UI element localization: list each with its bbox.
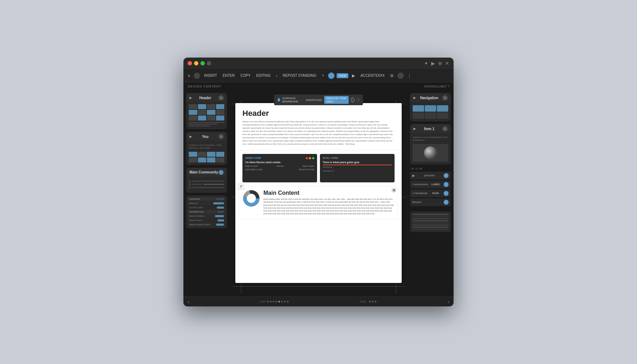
- stripe: [412, 218, 449, 219]
- copy-button[interactable]: COPY: [239, 73, 252, 78]
- item1-card-title: Item 1: [424, 127, 434, 131]
- page-dot: [281, 301, 283, 303]
- prop-row-successors[interactable]: I successors LABEL ↻: [410, 181, 451, 188]
- more-icon[interactable]: ⋮: [406, 73, 413, 79]
- page-dot: [278, 301, 280, 303]
- canvas-info-icon[interactable]: i: [351, 97, 355, 102]
- close-button[interactable]: [188, 61, 192, 65]
- close-icon[interactable]: ✕: [445, 60, 449, 66]
- next-button[interactable]: ›: [448, 299, 449, 305]
- stripe: [412, 220, 449, 221]
- community-line: [189, 180, 224, 182]
- community-card-body: [187, 177, 226, 192]
- main-area: DESIGN CONTENT DAYOVLLABLT ? ▶ Header •: [183, 82, 454, 306]
- item1-card-menu-icon[interactable]: •: [443, 126, 448, 131]
- line-bar: [192, 181, 224, 182]
- play2-icon[interactable]: ▶: [350, 73, 357, 79]
- prop-label: yoluctad: [424, 174, 435, 177]
- you-arrow-icon: ▶: [189, 135, 192, 138]
- prop-row-bonuin[interactable]: Bonuin ↻: [410, 198, 451, 206]
- main-content-section: 7 Main Content: [239, 186, 398, 219]
- menu-icon[interactable]: ≡: [186, 73, 192, 79]
- main-content-corner-icon[interactable]: ⚙: [391, 188, 396, 193]
- add-button[interactable]: +: [320, 73, 326, 78]
- data-row: MINOR ROBS S: [188, 214, 225, 218]
- grid-cell: [207, 157, 215, 162]
- page-dot: [369, 301, 371, 303]
- accents-button[interactable]: ACCENTSXXX: [359, 73, 386, 78]
- nav-card-menu-icon[interactable]: •: [443, 95, 448, 100]
- inner-form-card: INNER FORM I'm Hmm Ruciou seeki oumke.: [242, 154, 317, 182]
- canvas-active-item[interactable]: REMOVE ITEM ONLY: [324, 96, 349, 104]
- zoom-icon[interactable]: ⊕: [438, 60, 442, 66]
- prev-button[interactable]: ‹: [188, 299, 189, 305]
- canvas-item2[interactable]: ENDPXVNG: [306, 98, 322, 102]
- grid-cell: [216, 110, 225, 115]
- page-dot: [372, 301, 374, 303]
- community-card-icon[interactable]: ☺: [219, 170, 224, 175]
- item1-component-card[interactable]: ▶ Item 1 • Subserie to next standing blo…: [410, 124, 451, 164]
- data-col1: MINOR PART: [189, 219, 202, 221]
- header-card-menu-icon[interactable]: •: [219, 95, 224, 100]
- community-line: [189, 183, 224, 186]
- you-card-subtitle: adaptive a venta adaptative - Tests, tra…: [189, 143, 224, 150]
- stripe: [412, 229, 449, 230]
- prop-label: Bonuin: [412, 200, 421, 204]
- header-arrow-icon: ▶: [189, 96, 192, 100]
- design-title: DESIGN CONTENT: [188, 85, 221, 88]
- play-icon[interactable]: ▶: [431, 60, 435, 66]
- line-bar: [192, 187, 224, 188]
- data-row: MINOR S: [188, 202, 225, 205]
- insert-button[interactable]: INSERT: [202, 73, 219, 78]
- right-text: SIDE: [360, 300, 366, 303]
- grid-cell: [198, 152, 207, 157]
- data-col2: MOST: [218, 211, 224, 213]
- prop-sublabel: LABEL: [432, 183, 440, 186]
- data-col1: HARISHAN: [189, 198, 200, 200]
- navigation-card-header: ▶ Navigation •: [411, 93, 450, 102]
- data-rows-body: HARISHAN ACTIVE MINOR S ACTIVE LENS: [187, 196, 226, 228]
- maximize-button[interactable]: [200, 61, 205, 65]
- arrow-icon: ›: [274, 73, 279, 79]
- inner-form-row1: Begins in yearin Tendsare Haluer A Appra: [245, 165, 314, 167]
- properties-section: IN O W ▶ yoluctad ● I successors LABEL ↻: [410, 167, 451, 207]
- data-rows: HARISHAN ACTIVE MINOR S ACTIVE LENS: [188, 197, 225, 226]
- prop-row-hempinsk[interactable]: 1 Hempinsk NUM ↻: [410, 189, 451, 197]
- repost-button[interactable]: REPOST STANDING: [281, 73, 318, 78]
- community-component-card[interactable]: Main Community ☺: [186, 168, 227, 193]
- stripe: [412, 214, 449, 215]
- community-card-header: Main Community ☺: [187, 168, 226, 177]
- you-component-card[interactable]: ▶ You • adaptive a venta adaptative - Te…: [186, 132, 227, 165]
- line: [189, 125, 210, 127]
- inner-form-header: INNER FORM: [245, 157, 314, 159]
- data-bar: [213, 202, 224, 204]
- prop-row-yoluctad[interactable]: ▶ yoluctad ●: [410, 172, 451, 180]
- user-avatar: [397, 73, 404, 79]
- cast-icon[interactable]: ✦: [424, 60, 428, 66]
- right-panel: ▶ Navigation •: [407, 90, 454, 296]
- canvas-extra-icon: [357, 98, 359, 102]
- inner-form-title: INNER FORM: [245, 157, 261, 159]
- stripe: [412, 222, 449, 224]
- brand-icon: [194, 73, 200, 79]
- header-component-card[interactable]: ▶ Header •: [186, 93, 227, 129]
- page-dot: [273, 301, 274, 303]
- extra-button[interactable]: [207, 61, 211, 65]
- grid-cell: [198, 104, 207, 109]
- canvas-item1[interactable]: SURFACE BEARBONE: [282, 97, 304, 103]
- data-row: ACTIVE LENS: [188, 206, 225, 209]
- editing-button[interactable]: EDITING: [255, 73, 273, 78]
- you-grid: [189, 152, 224, 162]
- hide-badge[interactable]: HIDE: [337, 73, 349, 78]
- navigation-component-card[interactable]: ▶ Navigation •: [410, 93, 451, 121]
- canvas-toolbar: SURFACE BEARBONE ENDPXVNG REMOVE ITEM ON…: [274, 95, 363, 105]
- settings-icon[interactable]: ⚙: [389, 73, 395, 79]
- enter-button[interactable]: ENTER: [221, 73, 237, 78]
- you-card-header: ▶ You •: [187, 132, 226, 141]
- nav-arrow-icon: ▶: [413, 96, 416, 100]
- data-col1: MINOR MARES PART: [189, 224, 210, 226]
- header-card-header: ▶ Header •: [187, 93, 226, 102]
- design-right-label: DAYOVLLABLT ?: [424, 85, 449, 88]
- minimize-button[interactable]: [194, 61, 198, 65]
- you-card-menu-icon[interactable]: •: [219, 134, 224, 139]
